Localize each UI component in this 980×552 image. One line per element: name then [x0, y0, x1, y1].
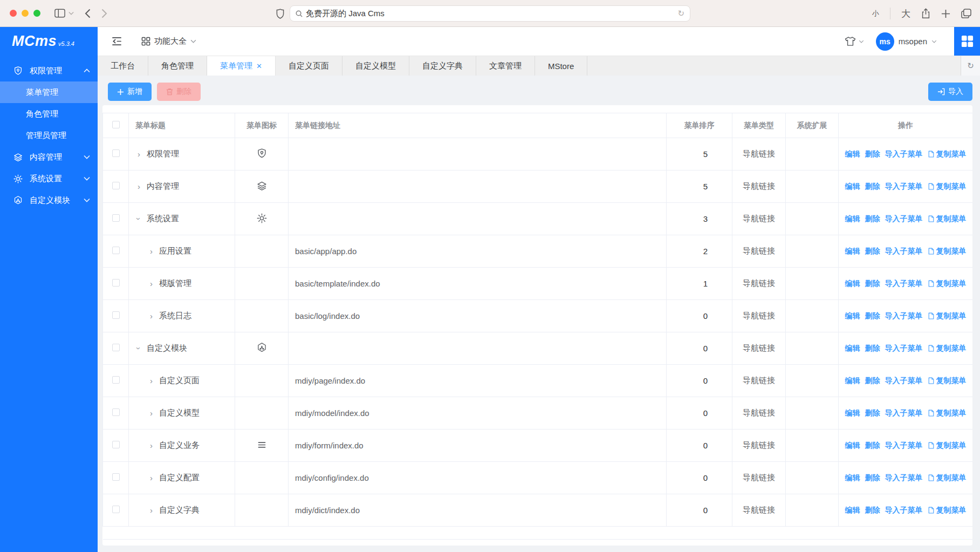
sidebar-item-1[interactable]: 内容管理 [0, 146, 98, 168]
import-child-link[interactable]: 导入子菜单 [885, 214, 923, 224]
edit-link[interactable]: 编辑 [845, 279, 860, 289]
delete-link[interactable]: 删除 [865, 247, 880, 256]
expand-arrow-icon[interactable]: › [148, 247, 155, 256]
sidebar-item-3[interactable]: 自定义模块 [0, 189, 98, 211]
import-child-link[interactable]: 导入子菜单 [885, 279, 923, 289]
sidebar-subitem-0-2[interactable]: 管理员管理 [0, 125, 98, 146]
copy-menu-link[interactable]: 复制菜单 [928, 344, 967, 353]
expand-arrow-icon[interactable]: › [148, 376, 155, 385]
text-smaller-button[interactable]: 小 [872, 9, 879, 18]
delete-link[interactable]: 删除 [865, 311, 880, 321]
edit-link[interactable]: 编辑 [845, 408, 860, 418]
import-child-link[interactable]: 导入子菜单 [885, 344, 923, 353]
expand-arrow-icon[interactable]: › [148, 506, 155, 515]
row-checkbox[interactable] [112, 376, 120, 384]
tab-7[interactable]: MStore [535, 56, 587, 76]
tabs-refresh-icon[interactable]: ↻ [961, 56, 980, 76]
nav-function-menu[interactable]: 功能大全 [141, 36, 196, 46]
select-all-checkbox[interactable] [112, 121, 120, 128]
back-button[interactable] [85, 9, 91, 18]
share-icon[interactable] [921, 8, 930, 19]
copy-menu-link[interactable]: 复制菜单 [928, 506, 967, 515]
privacy-shield-icon[interactable] [276, 9, 284, 19]
edit-link[interactable]: 编辑 [845, 182, 860, 192]
edit-link[interactable]: 编辑 [845, 376, 860, 386]
import-child-link[interactable]: 导入子菜单 [885, 311, 923, 321]
copy-menu-link[interactable]: 复制菜单 [928, 279, 967, 289]
tab-2[interactable]: 菜单管理✕ [207, 56, 276, 76]
tab-overview-icon[interactable] [961, 9, 971, 18]
address-bar[interactable]: 免费开源的 Java Cms ↻ [290, 5, 690, 22]
delete-link[interactable]: 删除 [865, 182, 880, 192]
sidebar-item-2[interactable]: 系统设置 [0, 168, 98, 189]
row-checkbox[interactable] [112, 214, 120, 222]
expand-arrow-icon[interactable]: › [148, 279, 155, 288]
row-checkbox[interactable] [112, 473, 120, 481]
import-child-link[interactable]: 导入子菜单 [885, 441, 923, 451]
reload-icon[interactable]: ↻ [677, 9, 684, 18]
tab-0[interactable]: 工作台 [98, 56, 148, 76]
copy-menu-link[interactable]: 复制菜单 [928, 473, 967, 483]
tab-4[interactable]: 自定义模型 [342, 56, 409, 76]
import-child-link[interactable]: 导入子菜单 [885, 149, 923, 159]
delete-link[interactable]: 删除 [865, 344, 880, 353]
sidebar-item-0[interactable]: 权限管理 [0, 60, 98, 81]
edit-link[interactable]: 编辑 [845, 311, 860, 321]
expand-arrow-icon[interactable]: › [134, 215, 143, 222]
import-child-link[interactable]: 导入子菜单 [885, 473, 923, 483]
edit-link[interactable]: 编辑 [845, 473, 860, 483]
row-checkbox[interactable] [112, 506, 120, 513]
import-button[interactable]: 导入 [928, 83, 972, 101]
import-child-link[interactable]: 导入子菜单 [885, 506, 923, 515]
add-button[interactable]: 新增 [108, 83, 152, 101]
edit-link[interactable]: 编辑 [845, 506, 860, 515]
copy-menu-link[interactable]: 复制菜单 [928, 376, 967, 386]
copy-menu-link[interactable]: 复制菜单 [928, 182, 967, 192]
tab-3[interactable]: 自定义页面 [276, 56, 342, 76]
copy-menu-link[interactable]: 复制菜单 [928, 149, 967, 159]
user-menu[interactable]: ms msopen [876, 32, 937, 51]
row-checkbox[interactable] [112, 408, 120, 416]
close-window-button[interactable] [10, 10, 17, 17]
copy-menu-link[interactable]: 复制菜单 [928, 311, 967, 321]
row-checkbox[interactable] [112, 149, 120, 157]
import-child-link[interactable]: 导入子菜单 [885, 182, 923, 192]
delete-link[interactable]: 删除 [865, 441, 880, 451]
delete-link[interactable]: 删除 [865, 408, 880, 418]
minimize-window-button[interactable] [22, 10, 29, 17]
edit-link[interactable]: 编辑 [845, 214, 860, 224]
row-checkbox[interactable] [112, 311, 120, 319]
expand-arrow-icon[interactable]: › [148, 408, 155, 418]
row-checkbox[interactable] [112, 247, 120, 254]
copy-menu-link[interactable]: 复制菜单 [928, 214, 967, 224]
delete-link[interactable]: 删除 [865, 506, 880, 515]
expand-arrow-icon[interactable]: › [135, 149, 142, 159]
sidebar-subitem-0-1[interactable]: 角色管理 [0, 103, 98, 125]
apps-launcher-button[interactable] [954, 27, 980, 56]
delete-link[interactable]: 删除 [865, 376, 880, 386]
delete-link[interactable]: 删除 [865, 473, 880, 483]
sidebar-chevron-icon[interactable] [68, 11, 74, 15]
expand-arrow-icon[interactable]: › [148, 473, 155, 482]
delete-link[interactable]: 删除 [865, 279, 880, 289]
theme-switcher[interactable] [845, 36, 864, 46]
delete-button[interactable]: 删除 [157, 83, 201, 101]
menu-fold-icon[interactable] [112, 37, 122, 46]
edit-link[interactable]: 编辑 [845, 149, 860, 159]
sidebar-subitem-0-0[interactable]: 菜单管理 [0, 81, 98, 103]
import-child-link[interactable]: 导入子菜单 [885, 247, 923, 256]
delete-link[interactable]: 删除 [865, 214, 880, 224]
import-child-link[interactable]: 导入子菜单 [885, 376, 923, 386]
tab-1[interactable]: 角色管理 [148, 56, 207, 76]
tab-5[interactable]: 自定义字典 [409, 56, 476, 76]
tab-6[interactable]: 文章管理 [476, 56, 535, 76]
row-checkbox[interactable] [112, 441, 120, 448]
sidebar-toggle-icon[interactable] [54, 9, 65, 18]
edit-link[interactable]: 编辑 [845, 247, 860, 256]
row-checkbox[interactable] [112, 182, 120, 189]
forward-button[interactable] [101, 9, 107, 18]
fullscreen-window-button[interactable] [33, 10, 40, 17]
copy-menu-link[interactable]: 复制菜单 [928, 408, 967, 418]
expand-arrow-icon[interactable]: › [134, 345, 143, 352]
row-checkbox[interactable] [112, 344, 120, 351]
